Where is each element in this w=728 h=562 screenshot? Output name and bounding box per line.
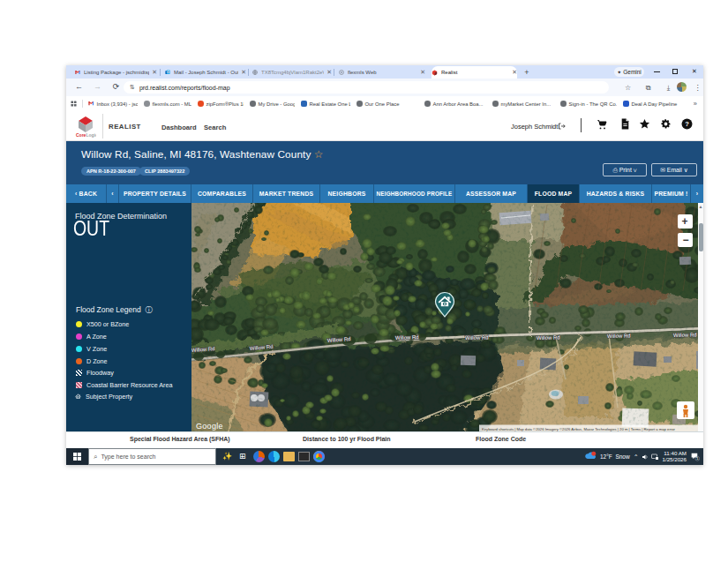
- svg-text:Willow Rd: Willow Rd: [465, 335, 489, 341]
- svg-text:Keyboard shortcuts | Map data: Keyboard shortcuts | Map data ©2026 Imag…: [482, 427, 676, 431]
- svg-text:?: ?: [685, 120, 689, 128]
- svg-text:CoreLogic: CoreLogic: [76, 132, 96, 138]
- svg-text:1: 1: [696, 457, 698, 461]
- svg-text:+: +: [682, 215, 688, 228]
- svg-text:Willow Rd: Willow Rd: [395, 334, 419, 341]
- svg-text:Willow Rd: Willow Rd: [537, 335, 560, 341]
- svg-text:Willow Rd: Willow Rd: [673, 333, 697, 338]
- svg-text:Google: Google: [196, 422, 223, 431]
- svg-text:−: −: [683, 234, 689, 246]
- svg-text:Willow Rd: Willow Rd: [607, 333, 631, 339]
